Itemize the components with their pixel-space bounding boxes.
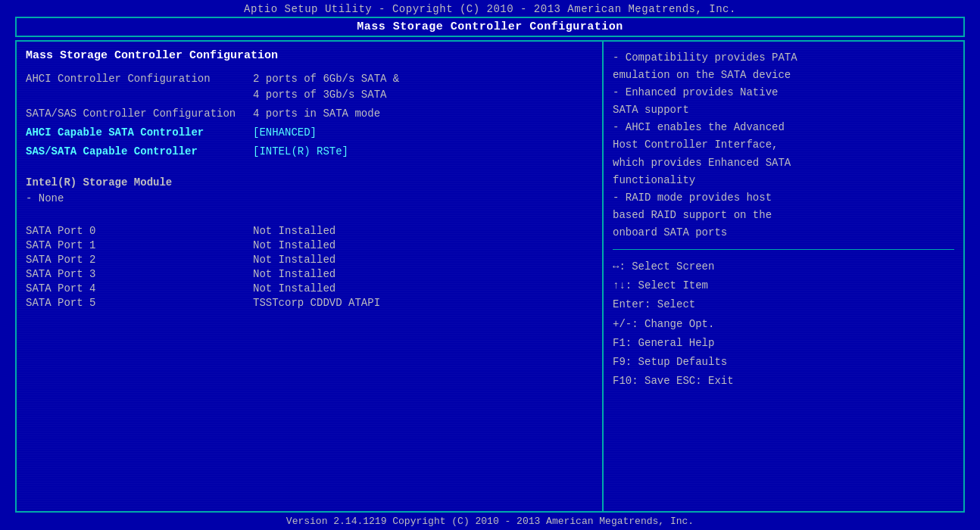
top-header: Aptio Setup Utility - Copyright (C) 2010…	[0, 0, 980, 17]
main-content: Mass Storage Controller Configuration AH…	[15, 40, 965, 513]
help-line-5: - AHCI enables the Advanced	[613, 119, 954, 136]
header-title: Aptio Setup Utility - Copyright (C) 2010…	[244, 3, 736, 15]
help-line-8: functionality	[613, 172, 954, 189]
sata-port-2-value: Not Installed	[253, 254, 336, 266]
sata-port-5-value: TSSTcorp CDDVD ATAPI	[253, 297, 380, 309]
sata-port-4-value: Not Installed	[253, 282, 336, 295]
ahci-value-line2: 4 ports of 3Gb/s SATA	[253, 87, 399, 103]
help-text-block: - Compatibility provides PATA emulation …	[613, 49, 954, 242]
section-title: Mass Storage Controller Configuration	[26, 49, 593, 62]
title-bar-text: Mass Storage Controller Configuration	[357, 20, 623, 33]
sata-port-3-label: SATA Port 3	[26, 268, 253, 280]
key-f9: F9: Setup Defaults	[613, 353, 954, 372]
sata-port-0-value: Not Installed	[253, 225, 336, 237]
help-line-4: SATA support	[613, 101, 954, 119]
help-line-10: based RAID support on the	[613, 207, 954, 224]
right-panel: - Compatibility provides PATA emulation …	[604, 42, 963, 511]
sas-sata-capable-value: [INTEL(R) RSTe]	[253, 144, 348, 160]
help-line-3: - Enhanced provides Native	[613, 84, 954, 101]
ahci-capable-value: [ENHANCED]	[253, 125, 317, 141]
help-line-1: - Compatibility provides PATA	[613, 49, 954, 67]
storage-module-label: Intel(R) Storage Module - None	[26, 175, 253, 207]
sata-port-0-row: SATA Port 0 Not Installed	[26, 225, 593, 237]
key-select-item: ↑↓: Select Item	[613, 276, 954, 295]
help-line-6: Host Controller Interface,	[613, 136, 954, 154]
left-panel: Mass Storage Controller Configuration AH…	[17, 42, 604, 511]
bottom-footer: Version 2.14.1219 Copyright (C) 2010 - 2…	[15, 513, 965, 530]
ahci-controller-value: 2 ports of 6Gb/s SATA & 4 ports of 3Gb/s…	[253, 71, 399, 103]
sata-port-1-label: SATA Port 1	[26, 239, 253, 251]
ahci-capable-row[interactable]: AHCI Capable SATA Controller [ENHANCED]	[26, 125, 593, 141]
sata-sas-label: SATA/SAS Controller Configuration	[26, 106, 253, 122]
storage-module-title: Intel(R) Storage Module	[26, 175, 253, 191]
storage-module-value: - None	[26, 191, 253, 207]
ahci-value-line1: 2 ports of 6Gb/s SATA &	[253, 71, 399, 87]
help-line-7: which provides Enhanced SATA	[613, 154, 954, 172]
sas-sata-capable-row[interactable]: SAS/SATA Capable Controller [INTEL(R) RS…	[26, 144, 593, 160]
sata-sas-value: 4 ports in SATA mode	[253, 106, 380, 122]
help-line-9: - RAID mode provides host	[613, 189, 954, 207]
sata-sas-row: SATA/SAS Controller Configuration 4 port…	[26, 106, 593, 122]
sata-port-5-row: SATA Port 5 TSSTcorp CDDVD ATAPI	[26, 297, 593, 309]
bios-screen: Aptio Setup Utility - Copyright (C) 2010…	[0, 0, 980, 530]
sata-port-4-label: SATA Port 4	[26, 282, 253, 295]
ahci-controller-label: AHCI Controller Configuration	[26, 71, 253, 103]
sata-port-5-label: SATA Port 5	[26, 297, 253, 309]
key-enter: Enter: Select	[613, 295, 954, 314]
sata-ports: SATA Port 0 Not Installed SATA Port 1 No…	[26, 225, 593, 309]
title-bar: Mass Storage Controller Configuration	[15, 17, 965, 37]
ahci-capable-label: AHCI Capable SATA Controller	[26, 125, 253, 141]
sata-port-1-row: SATA Port 1 Not Installed	[26, 239, 593, 251]
key-f1: F1: General Help	[613, 334, 954, 353]
key-f10: F10: Save ESC: Exit	[613, 372, 954, 391]
help-line-2: emulation on the SATA device	[613, 67, 954, 84]
key-select-screen: ↔: Select Screen	[613, 257, 954, 276]
sata-port-2-row: SATA Port 2 Not Installed	[26, 254, 593, 266]
sata-port-3-value: Not Installed	[253, 268, 336, 280]
sata-port-4-row: SATA Port 4 Not Installed	[26, 282, 593, 295]
storage-module-row: Intel(R) Storage Module - None	[26, 175, 593, 207]
right-divider	[613, 249, 954, 250]
sata-port-2-label: SATA Port 2	[26, 254, 253, 266]
key-change-opt: +/-: Change Opt.	[613, 315, 954, 334]
sata-port-0-label: SATA Port 0	[26, 225, 253, 237]
ahci-controller-row: AHCI Controller Configuration 2 ports of…	[26, 71, 593, 103]
key-bindings: ↔: Select Screen ↑↓: Select Item Enter: …	[613, 257, 954, 391]
sas-sata-capable-label: SAS/SATA Capable Controller	[26, 144, 253, 160]
sata-port-1-value: Not Installed	[253, 239, 336, 251]
footer-text: Version 2.14.1219 Copyright (C) 2010 - 2…	[286, 516, 694, 527]
help-line-11: onboard SATA ports	[613, 224, 954, 242]
sata-port-3-row: SATA Port 3 Not Installed	[26, 268, 593, 280]
